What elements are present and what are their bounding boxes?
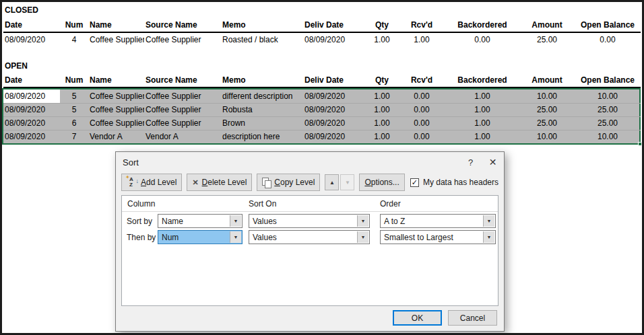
cell[interactable]: 5 — [60, 103, 88, 116]
cell[interactable]: 08/09/2020 — [303, 103, 366, 116]
cell[interactable]: 1.00 — [366, 32, 398, 46]
column-header[interactable]: Date — [3, 73, 60, 87]
column-header[interactable]: Qty — [366, 18, 398, 32]
column-header[interactable]: Rcv'd — [398, 73, 445, 87]
sort-by-sort-on-select[interactable]: Values ▼ — [249, 214, 370, 228]
column-header[interactable]: Qty — [366, 73, 398, 87]
cell[interactable]: Coffee Supplier — [144, 103, 221, 116]
column-header[interactable]: Open Balance — [575, 73, 641, 87]
then-by-sort-on-select[interactable]: Values ▼ — [249, 230, 370, 244]
cell[interactable]: Brown — [221, 116, 303, 130]
cell[interactable]: 1.00 — [445, 130, 519, 143]
cell[interactable]: 6 — [60, 116, 88, 130]
cell[interactable]: 25.00 — [575, 103, 641, 116]
headers-checkbox[interactable]: ✓ — [410, 178, 419, 187]
cell[interactable]: Coffee Supplier — [144, 32, 221, 46]
open-section-label[interactable]: OPEN — [2, 58, 642, 71]
column-header[interactable]: Memo — [221, 18, 303, 32]
chevron-down-icon[interactable]: ▼ — [230, 231, 241, 243]
column-header[interactable]: Open Balance — [575, 18, 641, 32]
column-header[interactable]: Backordered — [445, 18, 519, 32]
cell[interactable]: 0.00 — [398, 130, 445, 143]
cell[interactable]: Coffee Supplier — [144, 89, 221, 103]
add-level-button[interactable]: ✦ AZ ↓ Add Level — [121, 174, 182, 191]
move-up-button[interactable]: ▲ — [325, 174, 339, 190]
cell[interactable]: 25.00 — [519, 116, 575, 130]
cell[interactable]: Coffee Supplier — [88, 89, 144, 103]
cell[interactable]: Roasted / black — [221, 32, 303, 46]
fill-handle[interactable] — [638, 142, 642, 146]
cell[interactable]: 08/09/2020 — [3, 116, 60, 130]
column-header[interactable]: Num — [60, 73, 88, 87]
cell[interactable]: 10.00 — [575, 130, 641, 143]
cell[interactable]: Coffee Supplier — [144, 116, 221, 130]
closed-section-label[interactable]: CLOSED — [2, 2, 642, 15]
cell[interactable]: different description — [221, 89, 303, 103]
cancel-button[interactable]: Cancel — [448, 310, 497, 326]
column-header[interactable]: Amount — [519, 73, 575, 87]
cell[interactable]: Coffee Supplier — [88, 32, 144, 46]
options-button[interactable]: Options... — [359, 174, 404, 191]
cell[interactable]: 08/09/2020 — [3, 32, 60, 46]
cell[interactable]: 08/09/2020 — [3, 103, 60, 116]
help-button[interactable]: ? — [459, 152, 482, 172]
cell[interactable]: 0.00 — [398, 116, 445, 130]
cell[interactable]: 10.00 — [519, 130, 575, 143]
active-cell[interactable]: 08/09/2020 — [3, 89, 60, 103]
cell[interactable]: 08/09/2020 — [303, 89, 366, 103]
cell[interactable]: 1.00 — [445, 103, 519, 116]
selected-range[interactable]: 08/09/2020 5 Coffee Supplier Coffee Supp… — [2, 88, 641, 145]
cell[interactable]: 08/09/2020 — [3, 130, 60, 143]
cell[interactable]: 7 — [60, 130, 88, 143]
chevron-down-icon[interactable]: ▼ — [483, 215, 494, 227]
sort-by-column-select[interactable]: Name ▼ — [158, 214, 243, 228]
column-header[interactable]: Source Name — [144, 73, 221, 87]
cell[interactable]: 1.00 — [398, 32, 445, 46]
cell[interactable]: 08/09/2020 — [303, 116, 366, 130]
cell[interactable]: 1.00 — [366, 130, 398, 143]
chevron-down-icon[interactable]: ▼ — [483, 231, 494, 243]
cell[interactable]: 08/09/2020 — [303, 32, 366, 46]
cell[interactable]: 0.00 — [398, 89, 445, 103]
column-header[interactable]: Source Name — [144, 18, 221, 32]
copy-level-button[interactable]: Copy Level — [257, 174, 320, 191]
column-header[interactable]: Memo — [221, 73, 303, 87]
cell[interactable]: 5 — [60, 89, 88, 103]
cell[interactable]: 25.00 — [519, 32, 575, 46]
ok-button[interactable]: OK — [393, 310, 442, 326]
cell[interactable]: 0.00 — [575, 32, 641, 46]
cell[interactable]: 1.00 — [366, 89, 398, 103]
cell[interactable]: Coffee Supplier — [88, 116, 144, 130]
then-by-order-select[interactable]: Smallest to Largest ▼ — [380, 230, 496, 244]
then-by-column-select[interactable]: Num ▼ — [158, 230, 243, 244]
column-header[interactable]: Deliv Date — [303, 18, 366, 32]
delete-level-button[interactable]: ✕ Delete Level — [187, 174, 252, 191]
cell[interactable]: Vendor A — [88, 130, 144, 143]
column-header[interactable]: Deliv Date — [303, 73, 366, 87]
cell[interactable]: description here — [221, 130, 303, 143]
chevron-down-icon[interactable]: ▼ — [357, 231, 368, 243]
cell[interactable]: 10.00 — [575, 89, 641, 103]
cell[interactable]: 4 — [60, 32, 88, 46]
column-header[interactable]: Backordered — [445, 73, 519, 87]
cell[interactable]: 25.00 — [575, 116, 641, 130]
cell[interactable]: 0.00 — [398, 103, 445, 116]
cell[interactable]: 0.00 — [445, 32, 519, 46]
column-header[interactable]: Num — [60, 18, 88, 32]
cell[interactable]: 10.00 — [519, 89, 575, 103]
column-header[interactable]: Rcv'd — [398, 18, 445, 32]
my-data-has-headers-group[interactable]: ✓ My data has headers — [410, 178, 498, 187]
cell[interactable]: 1.00 — [445, 89, 519, 103]
column-header[interactable]: Name — [88, 73, 144, 87]
cell[interactable]: 25.00 — [519, 103, 575, 116]
chevron-down-icon[interactable]: ▼ — [230, 215, 241, 227]
cell[interactable]: Coffee Supplier — [88, 103, 144, 116]
cell[interactable]: 1.00 — [445, 116, 519, 130]
cell[interactable]: 08/09/2020 — [303, 130, 366, 143]
cell[interactable]: Vendor A — [144, 130, 221, 143]
cell[interactable]: 1.00 — [366, 103, 398, 116]
cell[interactable]: 1.00 — [366, 116, 398, 130]
cell[interactable]: Robusta — [221, 103, 303, 116]
column-header[interactable]: Amount — [519, 18, 575, 32]
dialog-titlebar[interactable]: Sort ? ✕ — [116, 152, 504, 172]
